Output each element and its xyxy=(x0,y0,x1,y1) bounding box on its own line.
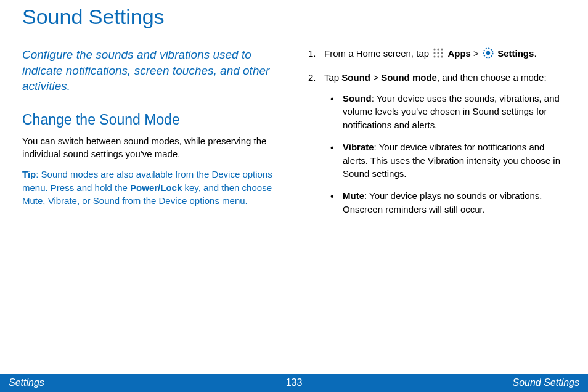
step-2-text-b: > xyxy=(370,72,381,83)
step-1: From a Home screen, tap Apps > Settings. xyxy=(308,47,566,62)
footer-page-number: 133 xyxy=(286,377,303,388)
svg-point-2 xyxy=(441,48,443,50)
section-paragraph: You can switch between sound modes, whil… xyxy=(22,134,280,160)
mode-sound: Sound: Your device uses the sounds, vibr… xyxy=(330,92,566,132)
step-2-text-c: , and then choose a mode: xyxy=(437,72,547,83)
svg-point-1 xyxy=(438,48,439,50)
svg-point-8 xyxy=(441,55,443,57)
apps-label: Apps xyxy=(447,48,471,59)
page-subtitle: Configure the sounds and vibrations used… xyxy=(22,47,280,94)
page-footer: Settings 133 Sound Settings xyxy=(0,374,588,392)
step-2-text-a: Tap xyxy=(324,72,341,83)
apps-icon xyxy=(433,47,444,62)
tip-paragraph: Tip: Sound modes are also available from… xyxy=(22,168,280,208)
mode-sound-label: Sound xyxy=(343,93,372,104)
svg-point-4 xyxy=(438,52,439,54)
mode-mute: Mute: Your device plays no sounds or vib… xyxy=(330,189,566,216)
tip-label: Tip xyxy=(22,169,36,179)
right-column: From a Home screen, tap Apps > Settings.… xyxy=(308,47,566,225)
svg-point-5 xyxy=(441,52,443,54)
svg-point-3 xyxy=(434,52,436,54)
mode-sound-text: : Your device uses the sounds, vibration… xyxy=(343,93,560,131)
footer-left: Settings xyxy=(9,377,44,388)
step-1-text-c: . xyxy=(534,48,536,59)
mode-mute-label: Mute xyxy=(343,190,364,201)
mode-list: Sound: Your device uses the sounds, vibr… xyxy=(330,92,566,216)
step-1-text-b: > xyxy=(471,48,481,59)
svg-point-10 xyxy=(486,51,490,55)
svg-point-0 xyxy=(434,48,436,50)
mode-vibrate-label: Vibrate xyxy=(343,142,374,152)
power-lock-key: Power/Lock xyxy=(130,182,182,193)
sound-nav-label: Sound xyxy=(341,72,370,83)
mode-vibrate: Vibrate: Your device vibrates for notifi… xyxy=(330,141,566,181)
step-2: Tap Sound > Sound mode, and then choose … xyxy=(308,71,566,216)
sound-mode-nav-label: Sound mode xyxy=(381,72,437,83)
section-heading: Change the Sound Mode xyxy=(22,112,280,128)
svg-point-7 xyxy=(438,55,439,57)
mode-vibrate-text: : Your device vibrates for notifications… xyxy=(343,142,560,179)
settings-label: Settings xyxy=(497,48,534,59)
step-1-text-a: From a Home screen, tap xyxy=(324,48,431,59)
footer-right: Sound Settings xyxy=(512,377,579,388)
page-title: Sound Settings xyxy=(22,5,566,33)
svg-point-6 xyxy=(434,55,436,57)
left-column: Configure the sounds and vibrations used… xyxy=(22,47,280,225)
mode-mute-text: : Your device plays no sounds or vibrati… xyxy=(343,190,542,214)
settings-icon xyxy=(483,47,494,62)
steps-list: From a Home screen, tap Apps > Settings.… xyxy=(308,47,566,216)
